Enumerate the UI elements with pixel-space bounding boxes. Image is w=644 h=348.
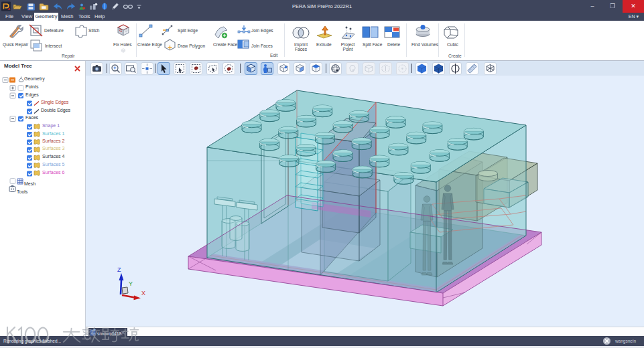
- svg-text:snroom0418.: snroom0418.: [97, 331, 123, 336]
- svg-text:Z: Z: [117, 266, 121, 273]
- svg-text:Y: Y: [129, 280, 133, 287]
- svg-text:X: X: [141, 290, 145, 296]
